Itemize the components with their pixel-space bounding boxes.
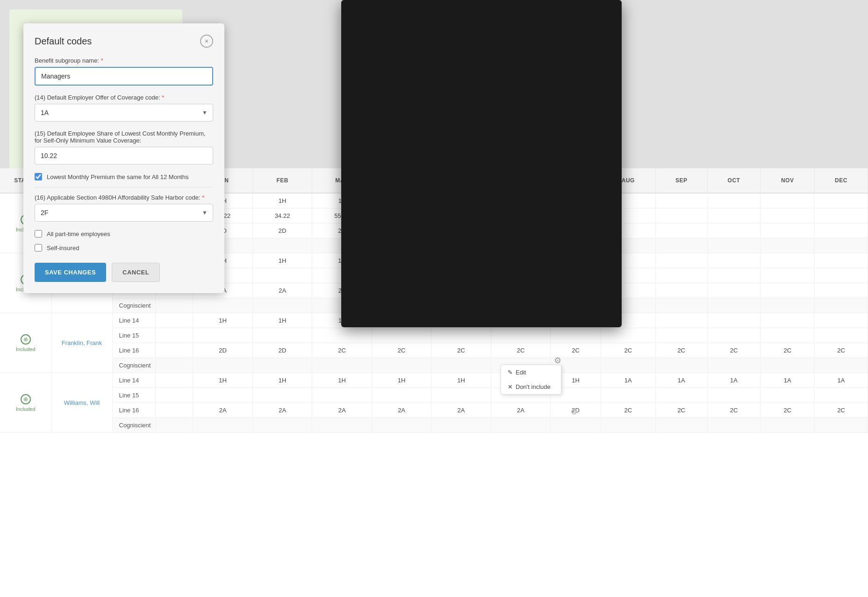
cell-feb: 1H [252,253,312,268]
table-row: Cogniscient [0,358,868,373]
cell-feb: 2D [252,223,312,238]
table-row: ⊕ Included Williams, WillLine 141H1H1H1H… [0,373,868,388]
safe-harbor-select[interactable]: 2F2G2H [35,204,213,222]
cell-oct [707,268,760,283]
col-sep: SEP [655,168,707,193]
modal-header: Default codes × [35,35,213,48]
cell-mar [312,328,372,343]
col-feb: FEB [252,168,312,193]
cell-feb [252,328,312,343]
cell-apr [372,328,431,343]
cell-jun [491,328,550,343]
cell-jan [193,328,252,343]
save-changes-button[interactable]: SAVE CHANGES [35,263,106,282]
employer-offer-select[interactable]: 1A1B1C1D1E1H [35,104,213,122]
context-menu: ✎ Edit ✕ Don't include [501,365,561,395]
cell-mar [312,358,372,373]
all12-cell [156,373,193,388]
line-label: Line 14 [112,313,156,328]
cell-sep [655,358,707,373]
status-cell: ⊕ Included [0,313,51,373]
cell-feb [252,418,312,433]
cell-aug [601,328,655,343]
cell-nov [760,283,815,298]
cell-dec [814,283,868,298]
person-name-cell[interactable]: Williams, Will [51,373,112,433]
cell-oct: 1A [707,373,760,388]
cell-feb: 2A [252,283,312,298]
cell-apr [372,418,431,433]
cell-sep [655,298,707,313]
cell-jan [193,298,252,313]
cell-may [431,328,491,343]
cell-feb [252,358,312,373]
cell-apr [372,388,431,403]
cell-nov: 2C [760,403,815,418]
employee-share-group: (15) Default Employee Share of Lowest Co… [35,130,213,165]
table-row: Cogniscient [0,418,868,433]
cell-apr [372,358,431,373]
modal-close-button[interactable]: × [200,35,213,48]
modal-dialog: Default codes × Benefit subgroup name: *… [23,23,224,293]
cell-oct [707,298,760,313]
cell-feb: 34.22 [252,209,312,223]
safe-harbor-label: (16) Applicable Section 4980H Affordabil… [35,194,213,201]
cell-may: 1H [431,373,491,388]
cell-dec [814,223,868,238]
cell-sep [655,328,707,343]
cell-nov: 1A [760,373,815,388]
line-label: Line 15 [112,328,156,343]
col-dec: DEC [814,168,868,193]
table-row: Line 162A2A2A2A2A2A2D2C2C2C2C2C [0,403,868,418]
context-menu-edit[interactable]: ✎ Edit [501,365,561,380]
employer-offer-label: (14) Default Employer Offer of Coverage … [35,94,213,101]
cell-oct [707,313,760,328]
cell-dec [814,328,868,343]
cancel-button[interactable]: CANCEL [112,263,160,282]
cell-apr: 2A [372,403,431,418]
cell-feb: 2D [252,343,312,358]
col-oct: OCT [707,168,760,193]
status-cell: ⊕ Included [0,373,51,433]
employee-share-input[interactable] [35,147,213,165]
cell-jan: 2D [193,343,252,358]
cell-feb [252,238,312,253]
cell-nov [760,223,815,238]
lowest-premium-row: Lowest Monthly Premium the same for All … [35,173,213,180]
all-part-time-checkbox[interactable] [35,230,42,237]
gear-icon[interactable]: ⚙ [554,355,561,366]
cell-may [431,418,491,433]
all12-cell [156,328,193,343]
cell-nov [760,238,815,253]
lowest-premium-checkbox[interactable] [35,173,42,180]
cell-sep [655,313,707,328]
context-menu-dont-include[interactable]: ✕ Don't include [501,380,561,394]
benefit-subgroup-input[interactable] [35,67,213,86]
status-icon: ⊕ [21,394,31,404]
self-insured-checkbox[interactable] [35,244,42,252]
cell-dec [814,253,868,268]
cell-aug [601,388,655,403]
cell-oct [707,193,760,209]
cell-nov [760,253,815,268]
x-icon: ✕ [508,383,513,390]
person-name: Franklin, Frank [62,339,102,346]
cell-feb [252,298,312,313]
modal-title: Default codes [35,36,92,47]
gear-icon-williams[interactable]: ⚙ [570,407,578,417]
line-label: Line 16 [112,343,156,358]
cell-mar: 2A [312,403,372,418]
all12-cell [156,298,193,313]
cell-dec: 1A [814,373,868,388]
cell-feb: 2A [252,403,312,418]
person-name-cell[interactable]: Franklin, Frank [51,313,112,373]
cell-oct [707,388,760,403]
cell-may [431,358,491,373]
cell-dec [814,193,868,209]
cell-sep [655,253,707,268]
status-icon: ⊕ [21,334,31,345]
cell-jun: 2A [491,403,550,418]
cell-nov [760,298,815,313]
cell-nov [760,209,815,223]
cell-sep [655,209,707,223]
